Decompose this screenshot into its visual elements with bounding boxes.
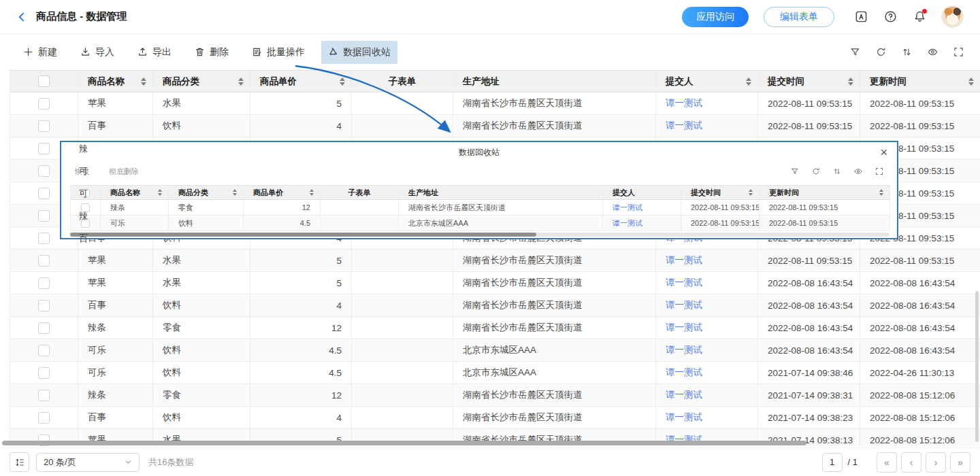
app-access-button[interactable]: 应用访问 <box>682 7 749 27</box>
toolbar-button-plus[interactable]: 新建 <box>16 41 64 64</box>
row-checkbox[interactable] <box>38 143 50 154</box>
column-header-label: 商品单价 <box>260 75 297 88</box>
sort-caret-icon[interactable] <box>238 78 244 86</box>
refresh-icon[interactable] <box>812 167 820 175</box>
sort-caret-icon[interactable] <box>310 189 314 196</box>
column-header-update-time[interactable]: 更新时间 <box>760 186 890 199</box>
cell-submitter[interactable]: 谭一测试 <box>656 250 758 271</box>
column-header-submit-time[interactable]: 提交时间 <box>758 71 860 92</box>
sort-icon[interactable] <box>902 47 912 57</box>
row-checkbox[interactable] <box>38 165 50 177</box>
edit-form-button[interactable]: 编辑表单 <box>764 7 834 27</box>
row-checkbox[interactable] <box>38 412 50 424</box>
row-density-button[interactable] <box>10 452 29 472</box>
row-checkbox[interactable] <box>38 210 50 222</box>
row-checkbox[interactable] <box>38 255 50 267</box>
fullscreen-icon[interactable] <box>953 47 964 57</box>
table-row: 辣条零食12湖南省长沙市岳麓区天顶街道谭一测试2021-07-14 09:38:… <box>10 384 980 407</box>
page-number-input[interactable] <box>822 453 843 472</box>
close-icon[interactable]: × <box>880 144 887 160</box>
cell-update-time: 2022-08-08 16:43:54 <box>860 317 980 339</box>
toolbar-button-recycle[interactable]: 数据回收站 <box>321 41 397 64</box>
row-checkbox[interactable] <box>38 367 50 379</box>
sort-caret-icon[interactable] <box>749 189 753 196</box>
row-checkbox[interactable] <box>38 345 50 356</box>
sort-caret-icon[interactable] <box>968 78 974 86</box>
user-avatar[interactable] <box>941 5 964 28</box>
row-checkbox[interactable] <box>38 98 50 109</box>
cell-submit-time: 2021-07-14 09:38:31 <box>758 384 860 406</box>
purge-button[interactable]: 彻底删除 <box>109 167 139 177</box>
column-visibility-eye-icon[interactable] <box>854 167 862 175</box>
occluded-row-fragment: 可 <box>79 160 91 182</box>
back-icon[interactable] <box>16 12 27 22</box>
cell-name: 可乐 <box>101 216 169 231</box>
page-size-select[interactable]: 20 条/页 <box>36 453 140 472</box>
row-select-cell <box>10 317 78 339</box>
last-page-button[interactable]: » <box>950 452 970 473</box>
cell-submitter[interactable]: 谭一测试 <box>656 384 758 406</box>
help-icon[interactable] <box>884 10 897 23</box>
row-checkbox[interactable] <box>38 277 50 289</box>
notification-bell-icon[interactable] <box>913 10 926 23</box>
cell-submitter[interactable]: 谭一测试 <box>603 200 681 215</box>
filter-icon[interactable] <box>850 47 860 57</box>
column-header-category[interactable]: 商品分类 <box>153 71 250 92</box>
cell-category: 水果 <box>153 272 250 294</box>
horizontal-scrollbar[interactable] <box>2 441 806 445</box>
select-all-checkbox[interactable] <box>38 75 50 87</box>
toolbar-button-import[interactable]: 导入 <box>74 41 121 64</box>
filter-icon[interactable] <box>791 167 799 175</box>
row-checkbox[interactable] <box>38 300 50 311</box>
cell-submitter[interactable]: 谭一测试 <box>656 115 758 137</box>
row-checkbox[interactable] <box>38 322 50 334</box>
column-header-name[interactable]: 商品名称 <box>78 71 153 92</box>
column-header-submitter[interactable]: 提交人 <box>656 71 758 92</box>
cell-submitter[interactable]: 谭一测试 <box>656 294 758 316</box>
sort-caret-icon[interactable] <box>879 189 883 196</box>
column-header-category[interactable]: 商品分类 <box>169 186 244 199</box>
column-header-price[interactable]: 商品单价 <box>250 71 352 92</box>
sort-caret-icon[interactable] <box>233 189 237 196</box>
sort-caret-icon[interactable] <box>848 78 853 86</box>
cell-submitter[interactable]: 谭一测试 <box>603 216 681 231</box>
toolbar-button-trash[interactable]: 删除 <box>188 41 235 64</box>
cell-subform <box>352 294 453 316</box>
refresh-icon[interactable] <box>876 47 886 57</box>
toolbar-button-export[interactable]: 导出 <box>131 41 178 64</box>
column-header-update-time[interactable]: 更新时间 <box>860 71 980 92</box>
fullscreen-icon[interactable] <box>875 167 883 175</box>
row-checkbox[interactable] <box>38 390 50 401</box>
cell-submitter[interactable]: 谭一测试 <box>656 272 758 294</box>
cell-price: 4 <box>250 115 352 137</box>
app-window: 商品信息 - 数据管理 应用访问 编辑表单 新建导入导出删除批量操作数据回收站 … <box>0 0 980 476</box>
sort-caret-icon[interactable] <box>746 78 751 86</box>
modal-scrollbar-thumb[interactable] <box>70 233 536 237</box>
column-header-submit-time[interactable]: 提交时间 <box>681 186 760 199</box>
toolbar-button-batch[interactable]: 批量操作 <box>245 41 312 64</box>
cell-submitter[interactable]: 谭一测试 <box>656 339 758 361</box>
sort-caret-icon[interactable] <box>158 189 162 196</box>
cell-submitter[interactable]: 谭一测试 <box>656 407 758 428</box>
first-page-button[interactable]: « <box>877 452 897 473</box>
cell-submitter[interactable]: 谭一测试 <box>656 317 758 339</box>
cell-update-time: 2022-08-11 09:53:15 <box>760 216 890 231</box>
sort-caret-icon[interactable] <box>340 78 345 86</box>
cell-submitter[interactable]: 谭一测试 <box>656 362 758 384</box>
row-checkbox[interactable] <box>38 233 50 244</box>
column-visibility-eye-icon[interactable] <box>928 47 938 57</box>
vertical-scrollbar[interactable] <box>975 291 979 442</box>
column-header-label: 提交人 <box>612 188 635 198</box>
prev-page-button[interactable]: ‹ <box>901 452 921 473</box>
column-header-label: 子表单 <box>348 188 371 198</box>
row-checkbox[interactable] <box>38 120 50 132</box>
column-header-label: 商品分类 <box>178 188 208 198</box>
next-page-button[interactable]: › <box>926 452 946 473</box>
column-header-name[interactable]: 商品名称 <box>101 186 169 199</box>
row-checkbox[interactable] <box>38 188 50 199</box>
column-header-price[interactable]: 商品单价 <box>244 186 321 199</box>
cell-submitter[interactable]: 谭一测试 <box>656 92 758 114</box>
sort-icon[interactable] <box>833 167 841 175</box>
language-icon[interactable] <box>855 10 868 23</box>
sort-caret-icon[interactable] <box>141 78 146 86</box>
